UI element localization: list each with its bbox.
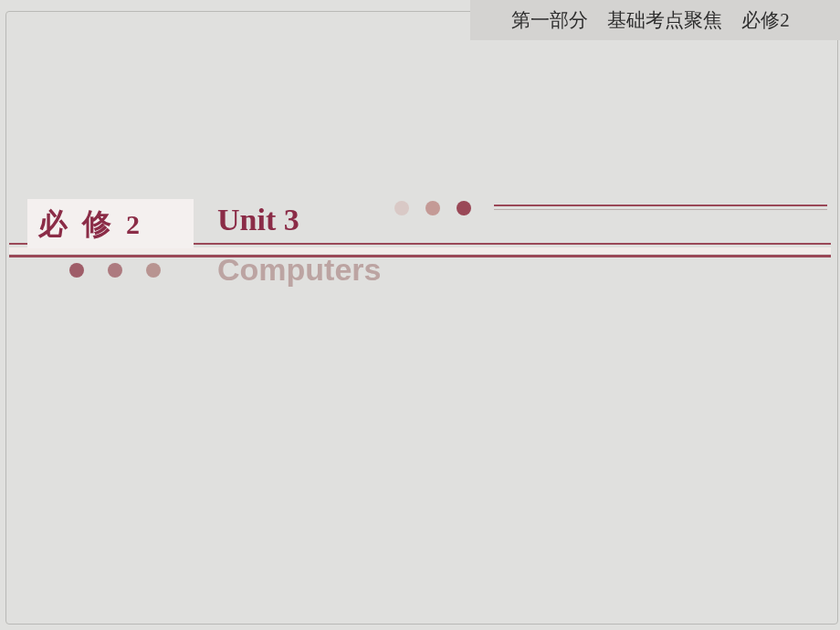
subtitle-text: Computers [217,252,381,288]
page-border [5,11,838,625]
dot-icon [69,263,84,278]
dot-icon [146,263,161,278]
left-dots [69,263,161,278]
dot-icon [457,201,471,215]
dot-icon [108,263,122,278]
header-text: 第一部分 基础考点聚焦 必修2 [511,7,790,33]
left-title-block: 必 修 2 [27,199,194,248]
left-title-num: 2 [126,209,140,239]
title-band: 必 修 2 Unit 3 Computers [0,199,840,290]
header-bar: 第一部分 基础考点聚焦 必修2 [470,0,840,40]
dot-icon [394,201,409,215]
left-title-text: 必 修 2 [38,205,140,245]
left-title-prefix: 必 修 [38,207,126,240]
unit-label: Unit 3 [217,203,299,237]
dot-icon [425,201,440,215]
mid-rule-inner [9,247,831,254]
slide-container: 第一部分 基础考点聚焦 必修2 必 修 2 Unit 3 Computers [0,0,840,630]
top-dots [394,201,471,215]
top-rule-line [494,205,827,210]
